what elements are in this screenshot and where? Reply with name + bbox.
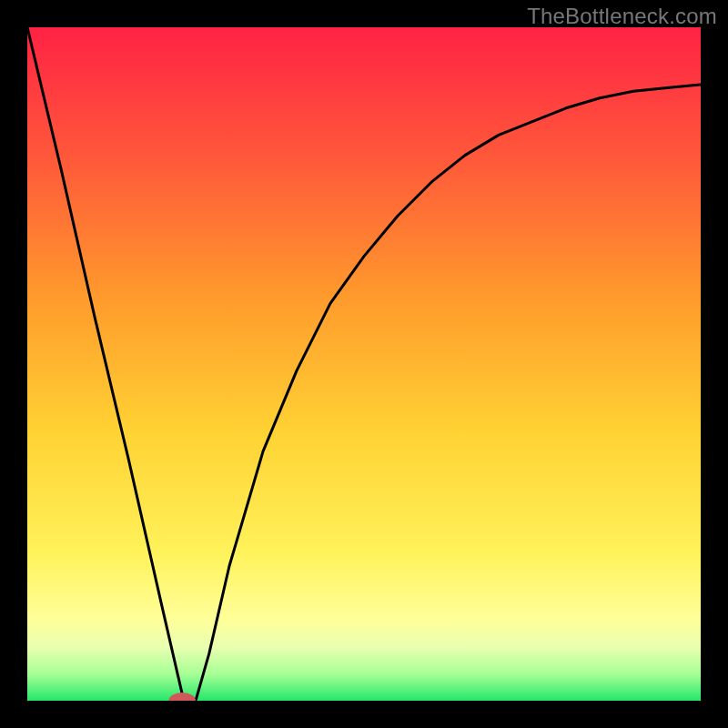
chart-frame: TheBottleneck.com [0,0,728,728]
plot-area [27,27,701,701]
background-gradient [27,27,701,701]
chart-svg [27,27,701,701]
watermark-text: TheBottleneck.com [527,4,717,29]
